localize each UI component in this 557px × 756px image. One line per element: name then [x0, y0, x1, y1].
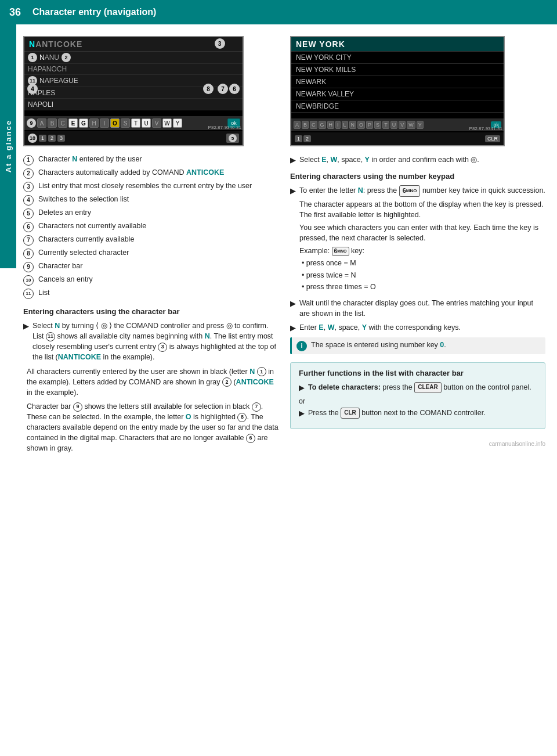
- desc-item-8: 8 Currently selected character: [23, 248, 278, 259]
- arrow-select-ewy-text: Select E, W, space, Y in order and confi…: [299, 154, 545, 165]
- desc-item-9: 9 Character bar: [23, 261, 278, 272]
- desc-item-6: 6 Characters not currently available: [23, 221, 278, 232]
- right-item-nb: NEWBRIDGE: [291, 100, 504, 113]
- desc-text-2: Characters automatically added by COMAND…: [38, 168, 278, 178]
- arrow-chars-black-text: All characters currently entered by the …: [27, 366, 278, 398]
- press-three: press three times = O: [302, 282, 545, 293]
- right-item-nym: NEW YORK MILLS: [291, 64, 504, 76]
- desc-num-9: 9: [23, 262, 34, 272]
- section-number-keypad-heading: Entering characters using the number key…: [290, 172, 545, 181]
- delete-bold-label: To delete characters:: [308, 383, 381, 391]
- right-item-nyc: NEW YORK CITY: [291, 52, 504, 64]
- right-screenshot-code: P82.87-9341-31: [469, 126, 502, 131]
- arrow-delete-chars: ▶ To delete characters: press the CLEAR …: [299, 382, 537, 394]
- clear-key-box: CLEAR: [414, 382, 441, 393]
- desc-text-9: Character bar: [38, 261, 278, 272]
- desc-item-4: 4 Switches to the selection list: [23, 195, 278, 206]
- desc-num-7: 7: [23, 235, 34, 246]
- circle-9-charbar: 9: [27, 118, 36, 128]
- desc-text-11: List: [38, 288, 278, 298]
- nav-napeague: NAPEAGUE: [39, 77, 78, 85]
- arrow-sym-1: ▶: [23, 321, 29, 332]
- arrow-enter-ewy: ▶ Enter E, W, space, Y with the correspo…: [290, 322, 545, 334]
- nav-item-1: 1 NANU 2: [24, 52, 243, 64]
- screen-left-title-n: N: [29, 39, 35, 49]
- desc-num-1: 1: [23, 155, 34, 165]
- desc-num-4: 4: [23, 195, 34, 206]
- desc-item-5: 5 Deletes an entry: [23, 208, 278, 219]
- char-a: A: [37, 118, 46, 128]
- desc-text-10: Cancels an entry: [38, 275, 278, 285]
- right-column: NEW YORK NEW YORK CITY NEW YORK MILLS NE…: [290, 36, 545, 458]
- info-box-space: i The space is entered using number key …: [290, 337, 545, 354]
- right-screen-title: NEW YORK: [291, 37, 504, 52]
- arrow-press-clr: ▶ Press the CLR button next to the COMAN…: [299, 408, 537, 419]
- char-t: T: [131, 118, 140, 128]
- screen-left-title-rest: ANTICOKE: [35, 39, 82, 49]
- circle-1: 1: [28, 53, 37, 62]
- desc-text-4: Switches to the selection list: [38, 195, 278, 205]
- arrow-sym-3: ▶: [290, 186, 296, 197]
- desc-item-3: 3 List entry that most closely resembles…: [23, 181, 278, 192]
- nav-item-napoli: NAPOLI: [24, 99, 243, 110]
- nav-item-1-rest: ANU: [45, 53, 59, 62]
- char-b: B: [48, 118, 57, 128]
- circle-8-float: 8: [203, 84, 214, 94]
- site-watermark: carmanualsonline.info: [290, 441, 545, 447]
- press-twice: press twice = N: [302, 271, 545, 281]
- nav-wapanoch: HAPANOCH: [28, 65, 67, 73]
- desc-num-10: 10: [23, 275, 34, 286]
- arrow-select-ewy: ▶ Select E, W, space, Y in order and con…: [290, 154, 545, 166]
- char-g: G: [79, 118, 88, 128]
- arrow-wait-text: Wait until the character display goes ou…: [299, 298, 545, 319]
- arrow-chars-black: All characters currently entered by the …: [23, 366, 278, 398]
- circle-3: 3: [215, 38, 225, 49]
- desc-text-3: List entry that most closely resembles t…: [38, 181, 278, 192]
- desc-item-1: 1 Character N entered by the user: [23, 154, 278, 165]
- desc-text-8: Currently selected character: [38, 248, 278, 258]
- description-list: 1 Character N entered by the user 2 Char…: [23, 154, 278, 299]
- nav-bottom-bar: 10 1 2 3 5: [24, 131, 243, 145]
- right-item-newark: NEWARK: [291, 76, 504, 88]
- further-functions-box: Further functions in the list with chara…: [290, 362, 545, 429]
- left-screenshot: NANTICOKE 3 1 NANU 2 HAPANOCH: [23, 36, 244, 146]
- desc-text-5: Deletes an entry: [38, 208, 278, 218]
- arrow-wait-display: ▶ Wait until the character display goes …: [290, 298, 545, 319]
- circle-7-float: 7: [218, 84, 228, 94]
- clr-key-box: CLR: [341, 408, 360, 419]
- arrow-enter-ewy-text: Enter E, W, space, Y with the correspond…: [299, 322, 545, 333]
- char-u: U: [142, 118, 151, 128]
- right-bottom-bar: 1 2 CLR: [291, 132, 504, 145]
- desc-num-5: 5: [23, 208, 34, 219]
- page-title: Character entry (navigation): [32, 7, 156, 17]
- circle-2-pos: 2: [62, 53, 71, 62]
- right-screenshot: NEW YORK NEW YORK CITY NEW YORK MILLS NE…: [290, 36, 505, 146]
- char-o-highlighted: O: [110, 118, 120, 128]
- desc-text-6: Characters not currently available: [38, 221, 278, 232]
- circle-5: 5: [229, 134, 237, 142]
- desc-num-11: 11: [23, 289, 34, 299]
- bottom-btn-2: 2: [48, 135, 56, 142]
- arrow-press-clr-text: Press the CLR button next to the COMAND …: [308, 408, 537, 419]
- left-screenshot-code: P82.87-9340-31: [208, 125, 241, 130]
- further-box-title: Further functions in the list with chara…: [299, 369, 537, 377]
- arrow-sym-7: ▶: [299, 408, 305, 419]
- desc-num-2: 2: [23, 168, 34, 179]
- arrow-select-n-text: Select N by turning ⟨ ◎ ⟩ the COMAND con…: [32, 321, 278, 363]
- desc-item-2: 2 Characters automatically added by COMA…: [23, 168, 278, 179]
- arrow-enter-n: ▶ To enter the letter N: press the 6MNO …: [290, 185, 545, 294]
- circle-10: 10: [28, 134, 37, 143]
- key-6-mno: 6MNO: [399, 185, 421, 197]
- arrow-delete-text: To delete characters: press the CLEAR bu…: [308, 382, 537, 393]
- main-content: NANTICOKE 3 1 NANU 2 HAPANOCH: [0, 24, 557, 469]
- char-v: V: [152, 118, 161, 128]
- info-box-text: The space is entered using number key 0.: [311, 340, 446, 351]
- bottom-btn-5: 5: [226, 134, 239, 143]
- desc-item-7: 7 Characters currently available: [23, 235, 278, 246]
- desc-item-11: 11 List: [23, 288, 278, 299]
- nav-item-1-n: N: [39, 53, 45, 62]
- char-bar-detail-text: Character bar 9 shows the letters still …: [23, 401, 278, 454]
- header-bar: 36 Character entry (navigation): [0, 0, 557, 24]
- circle-6-float: 6: [229, 84, 240, 94]
- arrow-sym-6: ▶: [299, 383, 305, 394]
